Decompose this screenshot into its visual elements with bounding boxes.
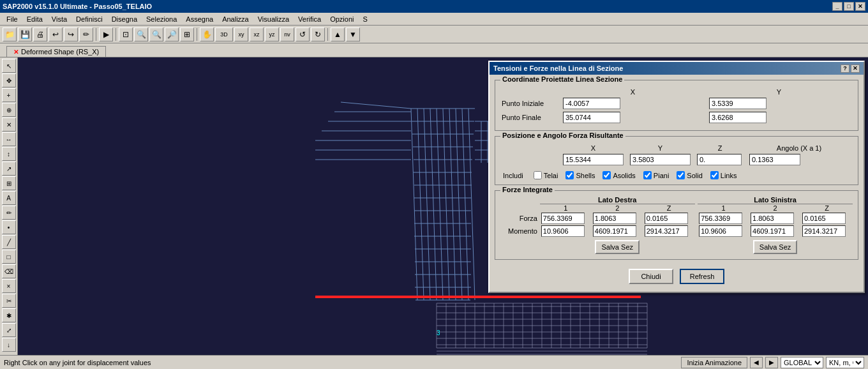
pos-y[interactable] [630, 154, 691, 165]
punto-iniziale-x[interactable] [563, 98, 620, 109]
menu-visualizza[interactable]: Visualizza [254, 14, 293, 24]
lt-eraser[interactable]: ⌫ [2, 264, 16, 278]
lt-arrow-h[interactable]: ↔ [2, 132, 16, 146]
tb-open[interactable]: 📁 [3, 27, 17, 41]
lt-zoom[interactable]: + [2, 88, 16, 102]
check-solid-input[interactable] [677, 171, 685, 179]
tb-zoom-box[interactable]: ⊞ [180, 27, 194, 41]
punto-iniziale-y[interactable] [709, 98, 767, 109]
forza-sz[interactable] [802, 213, 846, 224]
tb-redo[interactable]: ↪ [64, 27, 78, 41]
tb-3d[interactable]: 3D [215, 27, 233, 41]
forza-s2[interactable] [751, 213, 794, 224]
check-telai[interactable]: Telai [534, 171, 558, 179]
animation-btn[interactable]: Inizia Animazione [681, 357, 747, 368]
momento-dz[interactable] [645, 225, 688, 237]
nav-left-btn[interactable]: ◀ [750, 357, 763, 368]
menu-definisci[interactable]: Definisci [72, 14, 107, 24]
tb-edit[interactable]: ✏ [79, 27, 93, 41]
tb-nv[interactable]: nv [280, 27, 294, 41]
lt-dot[interactable]: • [2, 220, 16, 234]
lt-line[interactable]: ╱ [2, 235, 16, 249]
refresh-btn[interactable]: Refresh [680, 269, 724, 284]
tb-undo[interactable]: ↩ [49, 27, 63, 41]
menu-vista[interactable]: Vista [48, 14, 71, 24]
units-select[interactable]: KN, m, C [826, 357, 864, 368]
lt-cross2[interactable]: × [2, 279, 16, 293]
check-piani-input[interactable] [643, 171, 652, 179]
tab-close-icon[interactable]: ✕ [13, 49, 19, 56]
forza-d2[interactable] [593, 213, 636, 224]
momento-s1[interactable] [699, 225, 742, 237]
punto-finale-y[interactable] [709, 112, 767, 123]
momento-sz[interactable] [802, 225, 846, 237]
lt-scissors[interactable]: ✂ [2, 294, 16, 308]
pos-z[interactable] [697, 154, 742, 165]
tb-print[interactable]: 🖨 [33, 27, 47, 41]
tb-zoom-in[interactable]: 🔍 [134, 27, 148, 41]
tab-deformed[interactable]: ✕ Deformed Shape (RS_X) [6, 46, 106, 57]
momento-s2[interactable] [751, 225, 794, 237]
chiudi-btn[interactable]: Chiudi [629, 269, 673, 284]
forza-dz[interactable] [645, 213, 688, 224]
momento-d1[interactable] [541, 225, 585, 237]
nav-right-btn[interactable]: ▶ [765, 357, 778, 368]
tb-up[interactable]: ▲ [331, 27, 345, 41]
tb-save[interactable]: 💾 [18, 27, 32, 41]
lt-select[interactable]: ↖ [2, 59, 16, 73]
menu-assegna[interactable]: Assegna [182, 14, 217, 24]
lt-cross[interactable]: ✕ [2, 117, 16, 132]
lt-arrow-v[interactable]: ↕ [2, 147, 16, 161]
tb-rot-left[interactable]: ↺ [296, 27, 310, 41]
salva-sinistra-btn[interactable]: Salva Sez [753, 240, 798, 254]
forza-d1[interactable] [541, 213, 585, 224]
check-piani[interactable]: Piani [643, 171, 669, 179]
check-shells[interactable]: Shells [565, 171, 595, 179]
menu-edita[interactable]: Edita [23, 14, 47, 24]
tb-xz[interactable]: xz [250, 27, 264, 41]
tb-zoom-fit[interactable]: ⊡ [119, 27, 133, 41]
lt-pen[interactable]: ✏ [2, 206, 16, 220]
tb-yz[interactable]: yz [265, 27, 279, 41]
tb-run[interactable]: ▶ [99, 27, 113, 41]
tb-zoom-out[interactable]: 🔎 [165, 27, 179, 41]
lt-text[interactable]: A [2, 191, 16, 205]
minimize-btn[interactable]: _ [832, 2, 842, 11]
pos-x[interactable] [563, 154, 624, 165]
menu-s[interactable]: S [359, 14, 371, 24]
menu-seleziona[interactable]: Seleziona [142, 14, 181, 24]
lt-rect[interactable]: □ [2, 250, 16, 264]
menu-opzioni[interactable]: Opzioni [326, 14, 357, 24]
lt-resize[interactable]: ↗ [2, 162, 16, 176]
menu-verifica[interactable]: Verifica [294, 14, 325, 24]
lt-expand[interactable]: ⤢ [2, 323, 16, 337]
dialog-close-icon[interactable]: ✕ [851, 64, 860, 73]
tb-zoom-in2[interactable]: 🔍 [149, 27, 163, 41]
check-links-input[interactable] [710, 171, 719, 179]
pos-angolo[interactable] [749, 154, 800, 165]
lt-down-arrow[interactable]: ↓ [2, 338, 16, 352]
tb-down[interactable]: ▼ [346, 27, 360, 41]
menu-file[interactable]: File [3, 14, 22, 24]
close-btn[interactable]: ✕ [855, 2, 865, 11]
dialog-title[interactable]: Tensioni e Forze nella Linea di Sezione … [490, 62, 864, 75]
tb-pan[interactable]: ✋ [200, 27, 214, 41]
punto-finale-x[interactable] [563, 112, 620, 123]
momento-d2[interactable] [593, 225, 636, 237]
tb-xy[interactable]: xy [234, 27, 248, 41]
global-select[interactable]: GLOBAL [781, 357, 823, 368]
lt-move[interactable]: ✥ [2, 73, 16, 87]
lt-grid[interactable]: ⊞ [2, 176, 16, 190]
salva-destra-btn[interactable]: Salva Sez [595, 240, 640, 254]
lt-pointer[interactable]: ⊕ [2, 103, 16, 117]
check-shells-input[interactable] [565, 171, 574, 179]
check-telai-input[interactable] [534, 171, 542, 179]
check-asolids[interactable]: Asolids [602, 171, 635, 179]
tb-rot-right[interactable]: ↻ [311, 27, 325, 41]
menu-analizza[interactable]: Analizza [218, 14, 253, 24]
check-asolids-input[interactable] [602, 171, 611, 179]
menu-disegna[interactable]: Disegna [108, 14, 141, 24]
check-solid[interactable]: Solid [677, 171, 702, 179]
dialog-help-btn[interactable]: ? [841, 64, 849, 73]
check-links[interactable]: Links [710, 171, 737, 179]
